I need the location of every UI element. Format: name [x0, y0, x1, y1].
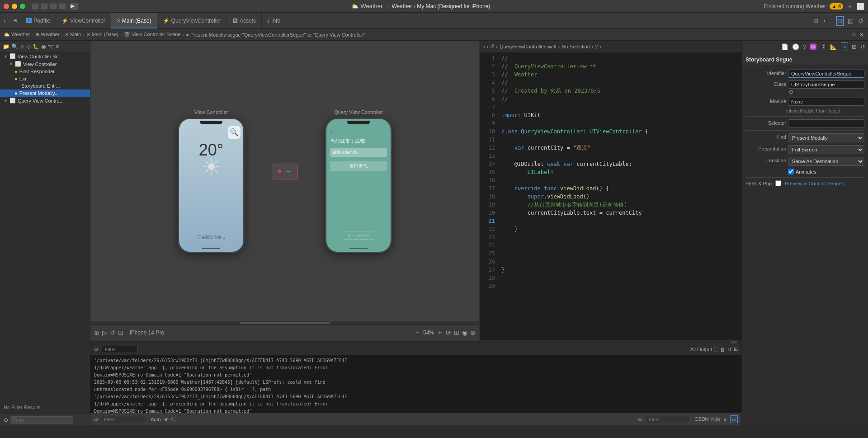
- sidebar-scm-icon[interactable]: ⌥: [47, 43, 54, 50]
- preview-commit-link[interactable]: Preview & Commit Segues: [785, 181, 844, 186]
- module-input[interactable]: [788, 98, 864, 106]
- main-close-icon[interactable]: ✕: [117, 18, 120, 23]
- code-content[interactable]: 12345 678910 1112131415 1617181920 21 22…: [480, 52, 741, 340]
- tree-item-vc[interactable]: ▼ ⬜ View Controller: [0, 60, 90, 68]
- status-nav-icon[interactable]: ≡: [724, 417, 726, 422]
- adjust-icon[interactable]: ⟵: [822, 16, 833, 25]
- console-clear-icon[interactable]: 🗑: [720, 347, 725, 352]
- console-options-icon[interactable]: ⊞: [734, 346, 738, 352]
- sidebar-reports-icon[interactable]: ≡: [56, 43, 59, 50]
- identity-inspector-icon[interactable]: 🆔: [810, 43, 817, 50]
- sidebar-search-icon[interactable]: 🔍: [11, 43, 18, 50]
- class-expand-icon[interactable]: ⊙: [789, 89, 793, 95]
- close-button[interactable]: [4, 4, 9, 9]
- sidebar-filter-input[interactable]: [10, 416, 73, 424]
- add-button[interactable]: ＋: [847, 2, 853, 10]
- breadcrumb-segue[interactable]: ● Present Modally segue "QueryViewContro…: [186, 32, 365, 38]
- debug-toggle[interactable]: [41, 3, 48, 9]
- warning-badge[interactable]: ▲ 4: [830, 3, 843, 9]
- city-input[interactable]: 请输入城市名: [330, 148, 387, 157]
- canvas-orient-icon[interactable]: ⟳: [446, 329, 451, 336]
- file-inspector-icon[interactable]: 📄: [781, 43, 788, 50]
- tree-item-exit[interactable]: ● Exit: [0, 75, 90, 82]
- breadcrumb-main[interactable]: ✕ Main: [65, 32, 81, 38]
- kind-select[interactable]: Present Modally: [788, 133, 864, 142]
- breadcrumb-mainbase[interactable]: ✕ Main (Base): [86, 32, 118, 38]
- size-inspector-icon[interactable]: 📐: [830, 43, 837, 50]
- code-text[interactable]: // // QueryViewController.swift // Weath…: [498, 52, 741, 340]
- class-input[interactable]: [788, 80, 864, 89]
- selector-input[interactable]: [788, 119, 864, 127]
- tree-item-storyboard-entry[interactable]: → Storyboard Entr...: [0, 82, 90, 89]
- layout-toggle[interactable]: [59, 3, 66, 9]
- transition-select[interactable]: Same As Destination: [788, 157, 864, 166]
- quick-help-icon[interactable]: ?: [803, 43, 806, 50]
- tree-item-vc-scene[interactable]: ▼ ⬜ View Controller Sc...: [0, 52, 90, 60]
- canvas-inspect-icon[interactable]: ◉: [462, 329, 467, 336]
- minimize-button[interactable]: [12, 4, 17, 9]
- tree-item-present-modally[interactable]: ● Present Modally...: [0, 89, 90, 97]
- more-inspector-icon[interactable]: ↺: [860, 43, 865, 50]
- peek-pop-checkbox[interactable]: [775, 180, 781, 186]
- tree-item-firstresponder[interactable]: ● First Responder: [0, 68, 90, 75]
- canvas-layout-icon[interactable]: ⊞: [454, 329, 459, 336]
- tab-viewcontroller[interactable]: ⚡ ViewController: [56, 13, 111, 28]
- split-view-button[interactable]: ⬜: [857, 3, 864, 10]
- identifier-input[interactable]: [788, 70, 864, 78]
- canvas-fit-icon[interactable]: ⊡: [118, 329, 123, 336]
- canvas-refresh-icon[interactable]: ↺: [110, 329, 115, 336]
- warning-indicator[interactable]: ⚠: [852, 32, 856, 38]
- split-icon[interactable]: ⊟: [836, 16, 844, 26]
- history-icon[interactable]: 🕒: [792, 43, 799, 50]
- segue-box[interactable]: →: [272, 164, 298, 179]
- tab-queryviewcontroller[interactable]: ⚡ QueryViewController: [157, 13, 227, 28]
- canvas-scroll[interactable]: View Controller 🔍 20° ☀: [90, 41, 479, 321]
- console-filter-input[interactable]: [102, 346, 138, 353]
- breadcrumb-scene[interactable]: 🎬 View Controller Scene: [124, 32, 181, 38]
- status-info-icon[interactable]: ⓘ: [171, 416, 176, 423]
- animates-checkbox[interactable]: [788, 169, 794, 174]
- inspector-toggle[interactable]: [50, 3, 57, 9]
- sidebar-test-icon[interactable]: ◇: [27, 43, 31, 50]
- tab-podfile[interactable]: 🅿 Podfile: [21, 13, 56, 28]
- breadcrumb-close[interactable]: ✕: [859, 31, 864, 38]
- code-nav-back[interactable]: ‹: [483, 44, 485, 49]
- query-button[interactable]: 查询天气: [330, 161, 387, 171]
- attributes-inspector-icon[interactable]: 🎛: [821, 43, 826, 50]
- canvas-settings-icon[interactable]: ⊕: [470, 329, 476, 336]
- tab-main-base[interactable]: ✕ Main (Base): [111, 13, 157, 28]
- editor-options-icon[interactable]: ⊞: [812, 16, 820, 25]
- canvas-add-icon[interactable]: ⊕: [94, 329, 99, 336]
- run-button[interactable]: ▶: [71, 3, 78, 10]
- refresh-icon[interactable]: ↺: [857, 16, 864, 25]
- recent-files[interactable]: ⊕: [13, 18, 17, 24]
- sidebar-debug-icon[interactable]: 🐛: [33, 43, 39, 50]
- canvas-play-icon[interactable]: ▷: [102, 329, 107, 336]
- back-arrow[interactable]: ‹: [330, 127, 387, 135]
- console-pause-icon[interactable]: ⏸: [727, 347, 732, 352]
- console-resize-handle[interactable]: [90, 341, 741, 344]
- canvas-icon[interactable]: ▦: [847, 16, 854, 25]
- status-eye-icon[interactable]: 👁: [164, 417, 169, 422]
- sidebar-issues-icon[interactable]: ⚠: [20, 43, 25, 50]
- presentation-select[interactable]: Full Screen: [788, 145, 864, 154]
- sidebar-folder-icon[interactable]: 📁: [3, 43, 9, 50]
- code-nav-forward[interactable]: ›: [487, 44, 489, 49]
- layout-inspector-icon[interactable]: ⊞: [852, 43, 857, 50]
- breadcrumb-weather2[interactable]: ⊕ Weather: [35, 32, 59, 38]
- search-button[interactable]: 🔍: [228, 126, 241, 139]
- tree-item-query-vc[interactable]: ▼ ⬜ Query View Contro...: [0, 97, 90, 104]
- status-filter2-input[interactable]: [646, 416, 691, 423]
- tab-assets[interactable]: 🖼 Assets: [227, 13, 262, 28]
- navigator-toggle[interactable]: [32, 3, 39, 9]
- breadcrumb-weather1[interactable]: ⛅ Weather: [4, 32, 30, 38]
- console-toggle[interactable]: [731, 341, 737, 344]
- code-refresh-icon[interactable]: ↺: [490, 43, 494, 49]
- status-split-icon[interactable]: ⊟: [730, 415, 738, 423]
- status-filter-input[interactable]: [101, 416, 146, 423]
- zoom-in-icon[interactable]: ＋: [437, 329, 443, 337]
- console-split-icon[interactable]: ⬚: [714, 346, 718, 352]
- console-content[interactable]: '/private/var/folders/29/6153cw1902z71_j…: [90, 355, 741, 413]
- sidebar-breakpoints-icon[interactable]: ◉: [41, 43, 46, 50]
- zoom-out-icon[interactable]: －: [414, 329, 420, 337]
